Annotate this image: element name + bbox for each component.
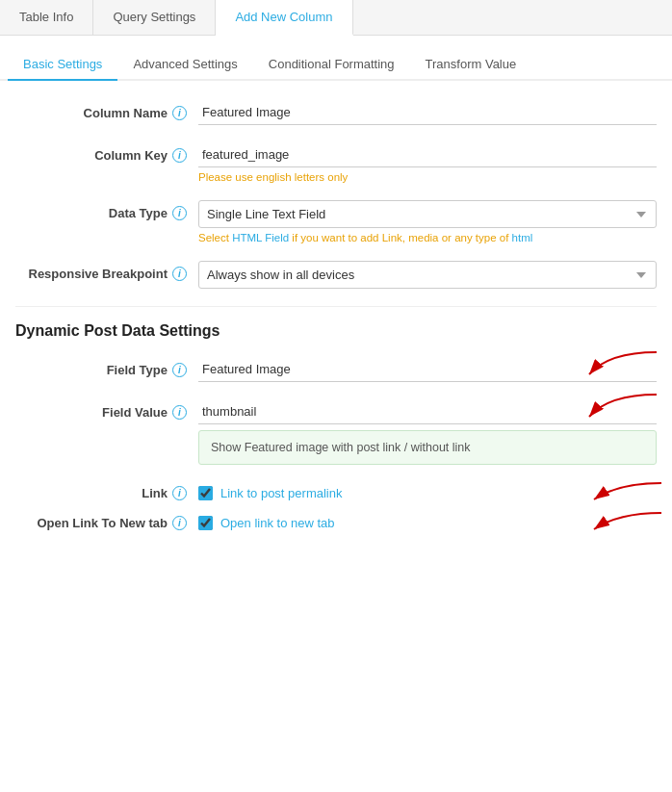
open-link-arrow (541, 508, 666, 551)
responsive-breakpoint-info-icon[interactable]: i (172, 267, 187, 281)
open-link-new-tab-label: Open Link To New tab i (15, 516, 198, 530)
column-key-hint: Please use english letters only (198, 171, 657, 183)
data-type-select-wrapper: Single Line Text Field (198, 200, 657, 228)
field-type-info-icon[interactable]: i (172, 363, 187, 377)
top-tab-bar: Table Info Query Settings Add New Column (0, 0, 672, 36)
responsive-breakpoint-control: Always show in all devices (198, 261, 657, 289)
field-value-control: Show Featured image with post link / wit… (198, 399, 657, 469)
tab-add-new-column[interactable]: Add New Column (216, 0, 352, 36)
column-name-input[interactable] (198, 100, 657, 125)
field-type-label: Field Type i (15, 357, 198, 377)
responsive-breakpoint-label: Responsive Breakpoint i (15, 261, 198, 281)
field-value-input[interactable] (198, 399, 657, 424)
field-type-control (198, 357, 657, 382)
field-type-row: Field Type i (15, 357, 657, 382)
section-divider (15, 306, 657, 307)
column-key-control: Please use english letters only (198, 142, 657, 183)
link-checkbox-label: Link to post permalink (220, 486, 342, 500)
data-type-hint: Select HTML Field if you want to add Lin… (198, 232, 657, 243)
column-key-info-icon[interactable]: i (172, 148, 187, 163)
tab-transform-value[interactable]: Transform Value (410, 49, 532, 79)
link-row: Link i Link to post permalink (15, 486, 657, 500)
tab-table-info[interactable]: Table Info (0, 0, 93, 35)
link-control: Link to post permalink (198, 486, 342, 500)
column-key-label: Column Key i (15, 142, 198, 163)
responsive-breakpoint-select[interactable]: Always show in all devices (198, 261, 657, 289)
tab-advanced-settings[interactable]: Advanced Settings (117, 49, 252, 79)
open-link-new-tab-control: Open link to new tab (198, 516, 335, 530)
column-key-input[interactable] (198, 142, 657, 167)
sub-tab-bar: Basic Settings Advanced Settings Conditi… (0, 49, 672, 81)
column-name-row: Column Name i (15, 100, 657, 125)
data-type-select[interactable]: Single Line Text Field (198, 200, 657, 228)
data-type-label: Data Type i (15, 200, 198, 220)
data-type-control: Single Line Text Field Select HTML Field… (198, 200, 657, 243)
open-link-new-tab-checkbox[interactable] (198, 516, 213, 530)
tab-basic-settings[interactable]: Basic Settings (8, 49, 117, 81)
column-name-info-icon[interactable]: i (172, 106, 187, 120)
open-link-new-tab-row: Open Link To New tab i Open link to new … (15, 516, 657, 530)
content-area: Column Name i Column Key i Please use en… (0, 81, 672, 565)
open-link-new-tab-info-icon[interactable]: i (172, 516, 187, 530)
link-checkbox[interactable] (198, 486, 213, 500)
field-value-hint-box: Show Featured image with post link / wit… (198, 430, 657, 465)
data-type-info-icon[interactable]: i (172, 206, 187, 220)
column-key-row: Column Key i Please use english letters … (15, 142, 657, 183)
link-info-icon[interactable]: i (172, 486, 187, 500)
open-link-new-tab-checkbox-label: Open link to new tab (220, 516, 335, 530)
column-name-control (198, 100, 657, 125)
link-label: Link i (15, 486, 198, 500)
field-value-label: Field Value i (15, 399, 198, 420)
field-type-input[interactable] (198, 357, 657, 382)
responsive-breakpoint-row: Responsive Breakpoint i Always show in a… (15, 261, 657, 289)
tab-conditional-formatting[interactable]: Conditional Formatting (253, 49, 410, 79)
field-value-row: Field Value i Show Featured image with p… (15, 399, 657, 469)
dynamic-section-heading: Dynamic Post Data Settings (15, 322, 657, 340)
field-value-info-icon[interactable]: i (172, 405, 187, 420)
data-type-row: Data Type i Single Line Text Field Selec… (15, 200, 657, 243)
tab-query-settings[interactable]: Query Settings (93, 0, 216, 35)
column-name-label: Column Name i (15, 100, 198, 120)
